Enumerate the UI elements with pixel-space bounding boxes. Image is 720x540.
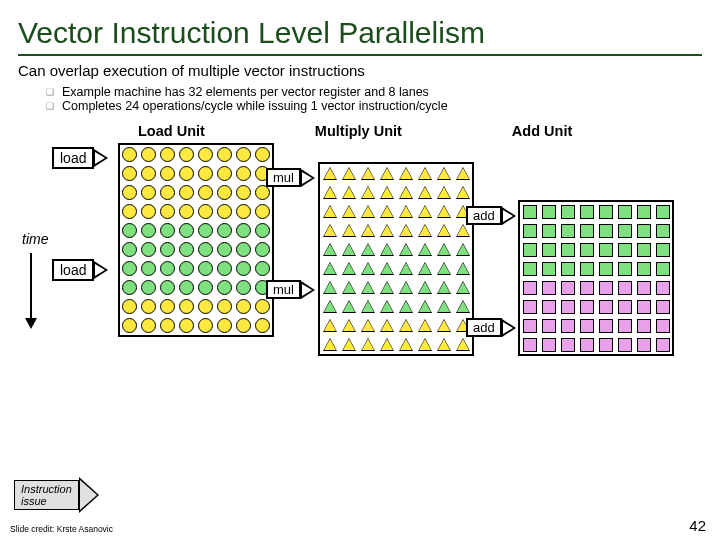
issue-text-line1: Instruction [21, 483, 72, 495]
label-text: mul [273, 170, 294, 185]
bullet-list: Example machine has 32 elements per vect… [46, 85, 702, 113]
slide-credit: Slide credit: Krste Asanovic [10, 524, 113, 534]
label-text: load [60, 262, 86, 278]
arrow-right-icon [502, 319, 516, 337]
bullet-item: Example machine has 32 elements per vect… [46, 85, 702, 99]
arrow-right-icon [301, 169, 315, 187]
time-arrow-icon [30, 253, 32, 319]
bullet-text: Example machine has 32 elements per vect… [62, 85, 429, 99]
label-text: add [473, 320, 495, 335]
multiply-unit-label: Multiply Unit [315, 123, 402, 139]
mul-label-1: mul [266, 168, 301, 187]
issue-text-line2: issue [21, 495, 72, 507]
label-text: add [473, 208, 495, 223]
load-label-1: load [52, 147, 94, 169]
pipeline-diagram: time load load mul mul add add [18, 141, 702, 421]
label-text: load [60, 150, 86, 166]
label-text: mul [273, 282, 294, 297]
load-unit-grid [118, 143, 274, 337]
arrow-right-icon [301, 281, 315, 299]
arrow-right-icon [94, 261, 108, 279]
arrow-right-icon [502, 207, 516, 225]
page-title: Vector Instruction Level Parallelism [18, 16, 702, 50]
load-unit-label: Load Unit [138, 123, 205, 139]
unit-labels-row: Load Unit Multiply Unit Add Unit [138, 123, 702, 139]
title-rule [18, 54, 702, 56]
add-label-1: add [466, 206, 502, 225]
bullet-text: Completes 24 operations/cycle while issu… [62, 99, 448, 113]
arrow-right-icon [94, 149, 108, 167]
load-label-2: load [52, 259, 94, 281]
add-unit-grid [518, 200, 674, 356]
page-number: 42 [689, 517, 706, 534]
add-unit-label: Add Unit [512, 123, 572, 139]
mul-label-2: mul [266, 280, 301, 299]
time-axis-label: time [22, 231, 48, 247]
bullet-item: Completes 24 operations/cycle while issu… [46, 99, 702, 113]
subtitle: Can overlap execution of multiple vector… [18, 62, 702, 79]
add-label-2: add [466, 318, 502, 337]
multiply-unit-grid [318, 162, 474, 356]
instruction-issue-arrow: Instruction issue [14, 480, 79, 510]
arrow-right-icon [79, 477, 99, 513]
